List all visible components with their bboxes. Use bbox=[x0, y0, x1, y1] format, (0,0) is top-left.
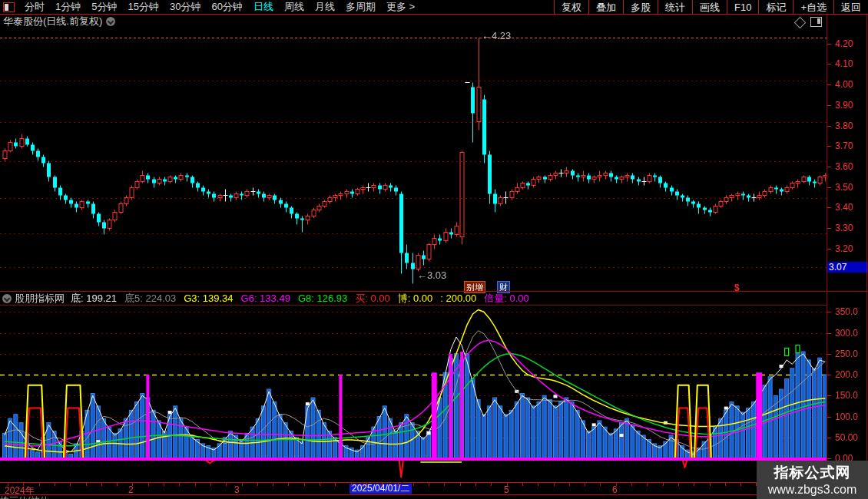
toolbar-button-+自选[interactable]: +自选 bbox=[793, 0, 833, 14]
time-tick bbox=[242, 483, 243, 486]
left-arrow-icon: ← bbox=[417, 269, 427, 281]
low-price-annotation: ←3.03 bbox=[417, 269, 446, 281]
y-axis-label: 3.80 bbox=[835, 121, 853, 131]
y-axis-label: 150.0 bbox=[835, 390, 858, 401]
period-tab-15分钟[interactable]: 15分钟 bbox=[128, 0, 158, 14]
candlestick-chart-canvas[interactable] bbox=[0, 29, 827, 291]
time-tick bbox=[413, 483, 414, 486]
axis-tick bbox=[827, 333, 831, 334]
period-tab-分时[interactable]: 分时 bbox=[25, 0, 45, 14]
axis-tick bbox=[827, 146, 831, 147]
period-tab-60分钟[interactable]: 60分钟 bbox=[211, 0, 242, 14]
right-border-line bbox=[866, 15, 867, 494]
x-axis-label: 5 bbox=[504, 484, 509, 495]
indicator-field-G3: G3: 139.34 bbox=[184, 292, 233, 304]
time-tick bbox=[538, 483, 538, 486]
time-tick bbox=[522, 483, 523, 486]
diamond-icon[interactable] bbox=[794, 17, 807, 29]
time-tick bbox=[694, 483, 694, 486]
time-tick bbox=[148, 483, 149, 486]
period-tab-1分钟[interactable]: 1分钟 bbox=[55, 0, 81, 14]
price-axis: 3.07 4.204.104.003.903.803.703.603.503.4… bbox=[827, 29, 867, 291]
indicator-field-博: 博: 0.00 bbox=[398, 292, 433, 304]
time-tick bbox=[554, 483, 555, 486]
time-tick bbox=[226, 483, 227, 486]
x-axis-label: 2 bbox=[128, 484, 134, 495]
indicator-values: 底: 199.21底5: 224.03G3: 139.34G6: 133.49G… bbox=[71, 292, 537, 305]
y-axis-label: 250.0 bbox=[835, 349, 858, 359]
toolbar-button-F10[interactable]: F10 bbox=[727, 0, 758, 14]
time-tick bbox=[569, 483, 570, 486]
toolbar-button-多股[interactable]: 多股 bbox=[623, 0, 658, 14]
trading-app-window: 分时1分钟5分钟15分钟30分钟60分钟日线周线月线多周期更多 > 复权叠加多股… bbox=[0, 0, 868, 499]
time-tick bbox=[273, 483, 273, 486]
time-tick bbox=[398, 483, 399, 486]
next-panel-partial-label: 擒三仙(神仙 bbox=[0, 494, 753, 499]
y-axis-label: 3.60 bbox=[835, 161, 853, 172]
y-axis-label: 4.20 bbox=[835, 38, 853, 49]
indicator-name[interactable]: 股朋指标网 bbox=[15, 292, 65, 305]
axis-tick bbox=[827, 167, 831, 167]
time-tick bbox=[382, 483, 383, 486]
time-tick bbox=[210, 483, 211, 486]
period-tab-日线[interactable]: 日线 bbox=[253, 0, 273, 14]
axis-tick bbox=[827, 395, 831, 396]
window-split-icon[interactable] bbox=[3, 2, 15, 12]
time-tick bbox=[164, 483, 164, 486]
time-tick bbox=[678, 483, 679, 486]
watermark-site-name: 指标公式网 bbox=[774, 463, 851, 483]
chevron-down-icon[interactable] bbox=[106, 17, 115, 26]
axis-tick bbox=[827, 458, 831, 459]
time-axis[interactable]: 2025/04/01/二 2024年2356 bbox=[0, 482, 868, 495]
axis-tick bbox=[827, 105, 831, 106]
y-axis-label: 50.00 bbox=[835, 432, 858, 443]
period-tab-5分钟[interactable]: 5分钟 bbox=[91, 0, 117, 14]
time-tick bbox=[335, 483, 336, 486]
y-axis-label: 300.0 bbox=[835, 328, 858, 339]
period-tab-更多 >[interactable]: 更多 > bbox=[386, 0, 415, 14]
indicator-field-底5: 底5: 224.03 bbox=[124, 292, 176, 304]
x-axis-label: 3 bbox=[234, 484, 240, 495]
period-tab-月线[interactable]: 月线 bbox=[315, 0, 335, 14]
axis-tick bbox=[827, 438, 831, 438]
indicator-axis: 350.0300.0250.0200.0150.0100.050.000.00 bbox=[827, 306, 867, 482]
y-axis-label: 3.70 bbox=[835, 140, 853, 151]
time-tick bbox=[585, 483, 585, 486]
time-tick bbox=[725, 483, 726, 486]
y-axis-label: 3.50 bbox=[835, 182, 853, 193]
axis-tick bbox=[827, 44, 831, 45]
time-tick bbox=[55, 483, 55, 486]
y-axis-label: 3.40 bbox=[835, 202, 853, 213]
period-tab-多周期[interactable]: 多周期 bbox=[346, 0, 376, 14]
toolbar-button-复权[interactable]: 复权 bbox=[554, 0, 588, 14]
toolbar-button-统计[interactable]: 统计 bbox=[658, 0, 692, 14]
time-tick bbox=[304, 483, 305, 486]
panel-layout-icon[interactable] bbox=[810, 17, 822, 27]
chart-title-bar: 华泰股份(日线.前复权) bbox=[0, 15, 868, 28]
toolbar-actions: 复权叠加多股统计画线F10标记+自选返回 bbox=[554, 0, 868, 14]
time-tick bbox=[647, 483, 648, 486]
time-tick bbox=[460, 483, 461, 486]
y-axis-label: 3.30 bbox=[835, 223, 853, 233]
toolbar-button-画线[interactable]: 画线 bbox=[692, 0, 727, 14]
time-tick bbox=[288, 483, 289, 486]
site-watermark: 指标公式网 www.zbgs3.com bbox=[757, 461, 868, 499]
axis-tick bbox=[827, 64, 831, 64]
toolbar-button-叠加[interactable]: 叠加 bbox=[588, 0, 623, 14]
toolbar-button-标记[interactable]: 标记 bbox=[758, 0, 793, 14]
axis-tick bbox=[827, 249, 831, 250]
toolbar-button-返回[interactable]: 返回 bbox=[833, 0, 868, 14]
time-tick bbox=[600, 483, 601, 486]
y-axis-label: 3.20 bbox=[835, 243, 853, 254]
indicator-chart-canvas[interactable] bbox=[0, 305, 827, 483]
period-tab-周线[interactable]: 周线 bbox=[284, 0, 304, 14]
period-tab-30分钟[interactable]: 30分钟 bbox=[170, 0, 200, 14]
indicator-field-底: 底: 199.21 bbox=[71, 292, 117, 304]
axis-divider-line bbox=[827, 15, 827, 494]
axis-tick bbox=[827, 228, 831, 229]
time-tick bbox=[631, 483, 632, 486]
axis-tick bbox=[827, 354, 831, 355]
collapse-icon[interactable] bbox=[2, 294, 12, 303]
y-axis-label: 100.0 bbox=[835, 411, 858, 422]
time-tick bbox=[117, 483, 118, 486]
